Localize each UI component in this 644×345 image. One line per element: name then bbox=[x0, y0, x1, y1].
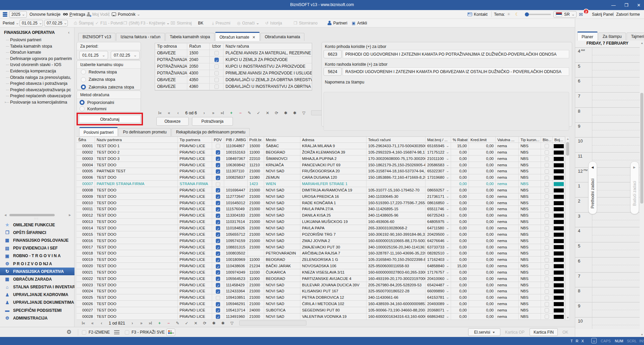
pdv-checkbox[interactable] bbox=[216, 214, 220, 218]
partners-column-header[interactable]: Boj... bbox=[553, 137, 565, 142]
pdv-checkbox[interactable] bbox=[216, 207, 220, 212]
nav-refresh-button[interactable]: ⟳ bbox=[272, 111, 281, 115]
tab-planer[interactable]: Planer bbox=[577, 32, 598, 41]
nav-goto-bookmark-button[interactable]: ✱ bbox=[290, 111, 299, 115]
izbor-checkbox[interactable] bbox=[214, 78, 219, 82]
menu-moj-vodic[interactable]: Moj Vodič bbox=[87, 10, 110, 18]
accounts-column-header[interactable]: Tip odnosa bbox=[155, 43, 187, 50]
partner-row[interactable]: 00027TEST DOOPRAVNO LICE10541371424000SU… bbox=[77, 307, 565, 313]
radio-zatezna-stopa[interactable]: Zatezna stopa bbox=[81, 77, 115, 82]
partner-row[interactable]: 00017TEST DOOPRAVNO LICE10883131521000NO… bbox=[77, 244, 565, 250]
partners-column-header[interactable]: Tip partnera bbox=[178, 137, 212, 142]
period-from-dropdown[interactable]: 01.01.25⌄ bbox=[19, 19, 43, 27]
artikli-button[interactable]: ▣Artikli bbox=[352, 19, 367, 27]
knjizenje-button[interactable]: ❐(Shift) F3 - Knjiženje⌄ bbox=[123, 19, 169, 27]
sidebar-group-pdv-evidencija-i-sef[interactable]: ▤PDV EVIDENCIJA I SEF bbox=[0, 244, 75, 252]
partners-column-header[interactable]: Mesto bbox=[264, 137, 300, 142]
sidebar-group-upravljanje-dokumentima[interactable]: ♟UPRAVLJANJE DOKUMENTIMA bbox=[0, 299, 75, 306]
accounts-column-header[interactable]: Račun bbox=[187, 43, 210, 50]
partner-row[interactable]: 00018TEST DOOPRAVNO LICE100803502PETROVA… bbox=[77, 250, 565, 256]
pdv-checkbox[interactable] bbox=[216, 150, 220, 155]
nav-refresh-button[interactable]: ⟳ bbox=[200, 321, 209, 326]
tree-item[interactable]: Poslovni partneri bbox=[3, 37, 75, 43]
splitter-handle[interactable]: ∷∷ bbox=[34, 217, 39, 220]
partners-column-header[interactable]: Mat.broj / ... bbox=[426, 137, 451, 142]
calendar-hour-slot[interactable]: 7 bbox=[575, 92, 640, 107]
calendar-hour-slot[interactable]: 10 bbox=[575, 137, 640, 152]
nav-delete-button[interactable]: − bbox=[236, 111, 245, 115]
pdv-checkbox[interactable] bbox=[216, 245, 220, 249]
period-label[interactable]: Period⌄ bbox=[3, 19, 18, 27]
tab-obra-un-kamate[interactable]: Obračun kamate✕ bbox=[215, 32, 260, 41]
partner-row[interactable]: 00001TEST DOO 1PRAVNO LICE11106486715000… bbox=[77, 143, 565, 149]
nav-insert-button[interactable]: + bbox=[227, 111, 236, 115]
calendar-hour-slot[interactable]: 4 AM bbox=[575, 47, 640, 62]
partner-row[interactable]: 00007PARTNER STRANA FIRMASTRANA FIRMA142… bbox=[77, 181, 565, 187]
pdv-checkbox[interactable] bbox=[216, 188, 220, 192]
nav-post-button[interactable]: ✓ bbox=[254, 111, 263, 115]
nav-prior-button[interactable]: ‹ bbox=[174, 111, 183, 115]
oznaci-button[interactable]: ◎Označi⌄ bbox=[237, 19, 259, 27]
sidebar-collapse-icon[interactable]: ‹ bbox=[68, 30, 69, 35]
lines-icon[interactable] bbox=[114, 327, 119, 337]
nav-next-page-button[interactable]: » bbox=[209, 111, 218, 115]
f3-prikazi-sve-toggle[interactable]: F3 - PRIKAŽI SVE bbox=[125, 327, 165, 337]
nav-insert-button[interactable]: + bbox=[155, 321, 164, 326]
nav-save-bookmark-button[interactable]: ✱ bbox=[281, 111, 290, 115]
sidebar-group-robno-t-r-g-o-v-i-n-a[interactable]: ▣ROBNO - T R G O V I N A bbox=[0, 252, 75, 260]
buduci-zadaci-pill[interactable]: ▶Budući zadaci bbox=[630, 161, 639, 214]
prethodni-zadaci-pill[interactable]: ◀Prethodni zadaci bbox=[588, 161, 597, 214]
partner-row[interactable]: 00016TEST DOOPRAVNO LICE10957415921000NO… bbox=[77, 238, 565, 244]
partners-column-header[interactable]: Kred.limit bbox=[469, 137, 496, 142]
calendar-hour-slot[interactable]: 5 bbox=[575, 62, 640, 77]
sidebar-group-administracija[interactable]: ⚙ADMINISTRACIJA bbox=[0, 314, 75, 322]
partner-row[interactable]: 00006TEST DOOPRAVNO LICE10082583711080ZE… bbox=[77, 174, 565, 181]
partners-column-header[interactable]: Tip kursn... bbox=[519, 137, 541, 142]
tree-item[interactable]: Definisanje ugovora po partnerim bbox=[3, 56, 75, 62]
pdv-checkbox[interactable] bbox=[216, 251, 220, 256]
tab-close-icon[interactable]: ✕ bbox=[252, 35, 255, 39]
tab-rekapitulacija-po-definisanom-prometu[interactable]: Rekapitulacija po definisanom prometu bbox=[171, 128, 250, 136]
izbor-checkbox[interactable] bbox=[214, 84, 219, 89]
year-selector[interactable]: 2025⌄ bbox=[3, 10, 27, 18]
tab-po-definisanom-prometu[interactable]: Po definisanom prometu bbox=[118, 128, 171, 136]
pdv-checkbox[interactable] bbox=[216, 277, 220, 281]
dark-theme-icon[interactable]: ☾ bbox=[515, 10, 519, 18]
feedback-smiley-icon[interactable]: ☺ bbox=[591, 338, 597, 343]
nav-prior-button[interactable]: ‹ bbox=[97, 321, 106, 326]
nav-post-button[interactable]: ✓ bbox=[182, 321, 191, 326]
obaveze-button[interactable]: Obaveze bbox=[156, 117, 189, 126]
tab-tajmeri[interactable]: Tajmeri bbox=[627, 33, 644, 41]
nav-next-page-button[interactable]: » bbox=[137, 321, 146, 326]
konto-rashod-field[interactable]: RASHODI UGOVORENIH I ZATEZNIH KAMATA PO … bbox=[343, 67, 569, 76]
radio-proporcionalni[interactable]: Proporcionalni bbox=[80, 100, 114, 105]
tree-item[interactable]: Izvod otvorenih stavki - IOS bbox=[3, 62, 75, 68]
sidebar-group-op-ti-ifarnici[interactable]: ❐OPŠTI ŠIFARNICI bbox=[0, 229, 75, 236]
pdv-checkbox[interactable] bbox=[216, 226, 220, 230]
tree-item[interactable]: Pregled obaveza/potraživanja pc bbox=[3, 87, 75, 93]
sidebar-group-stalna-sredstva-i-inventar[interactable]: ⌂STALNA SREDSTVA I INVENTAR bbox=[0, 283, 75, 291]
partner-row[interactable]: 00012TEST DOOPRAVNO LICE11330418321000NO… bbox=[77, 212, 565, 219]
nav-next-button[interactable]: › bbox=[128, 321, 137, 326]
sidebar-group-finansijsko-poslovanje[interactable]: ▦FINANSIJSKO POSLOVANJE bbox=[0, 236, 75, 244]
tab-poslovni-partneri[interactable]: Poslovni partneri bbox=[79, 127, 118, 136]
nav-save-bookmark-button[interactable]: ✱ bbox=[209, 321, 218, 326]
nav-filter-button[interactable]: ▽ bbox=[228, 321, 237, 326]
calendar-hour-slot[interactable]: 3 bbox=[575, 212, 640, 227]
pdv-checkbox[interactable] bbox=[216, 296, 220, 300]
izbor-checkbox[interactable] bbox=[214, 64, 219, 69]
ok-button[interactable]: OK bbox=[562, 330, 568, 335]
accounts-row[interactable]: POTRAŽIVANJA4300PRIMLJENI AVANSI ZA PROI… bbox=[155, 70, 312, 77]
partners-column-header[interactable]: Pošt.br. bbox=[248, 137, 264, 142]
menu-osnovne-funkcije[interactable]: Osnovne funkcije bbox=[30, 10, 60, 18]
pdv-checkbox[interactable] bbox=[216, 220, 220, 224]
accounts-row[interactable]: OBAVEZE4350DOBAVLJAČI U ZEMLJI ZA OBRTNA… bbox=[155, 77, 312, 83]
partner-row[interactable]: 00008TEST DOOPRAVNO LICE10169644721000NO… bbox=[77, 187, 565, 193]
accounts-row[interactable]: OBAVEZE1500PLAĆENI AVANSI ZA MATERIJAL, … bbox=[155, 50, 312, 57]
partner-row[interactable]: 00009TEST DOOPRAVNO LICE11277264721000NO… bbox=[77, 193, 565, 200]
calendar-hour-slot[interactable]: 9 bbox=[575, 122, 640, 137]
date-from-select[interactable]: 01.01.25⌄ bbox=[79, 51, 108, 59]
menu-kontakt[interactable]: Kontakt bbox=[467, 10, 488, 18]
pdv-checkbox[interactable] bbox=[216, 176, 220, 180]
period-to-dropdown[interactable]: 07.02.25⌄ bbox=[44, 19, 68, 27]
